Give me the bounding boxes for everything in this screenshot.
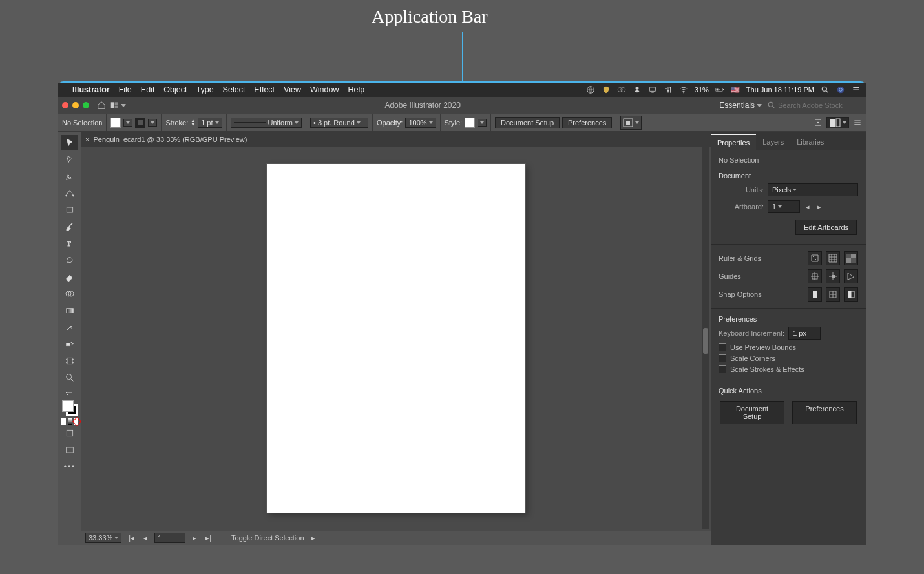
eyedropper-tool[interactable] — [61, 320, 78, 335]
menu-type[interactable]: Type — [196, 85, 214, 94]
graphic-style-dropdown[interactable] — [478, 119, 487, 127]
smart-guides-icon[interactable] — [844, 269, 858, 283]
fill-swatch[interactable] — [110, 118, 121, 128]
document-setup-button[interactable]: Document Setup — [495, 117, 560, 128]
close-tab-icon[interactable]: × — [85, 136, 89, 143]
stroke-weight[interactable]: 1 pt — [198, 118, 222, 128]
stroke-swatch[interactable] — [135, 118, 145, 128]
menu-edit[interactable]: Edit — [141, 85, 155, 94]
menu-object[interactable]: Object — [163, 85, 187, 94]
scale-strokes-checkbox[interactable]: Scale Strokes & Effects — [719, 365, 858, 373]
close-window[interactable] — [62, 102, 68, 108]
snap-point-icon[interactable] — [808, 287, 822, 302]
preferences-button[interactable]: Preferences — [562, 117, 612, 128]
rotate-tool[interactable] — [61, 252, 78, 268]
swap-fill-stroke-icon[interactable] — [61, 387, 78, 396]
stepper[interactable]: ▲▼ — [191, 119, 195, 127]
datetime[interactable]: Thu Jun 18 11:19 PM — [746, 86, 814, 94]
gradient-tool[interactable] — [61, 303, 78, 318]
graphic-style-swatch[interactable] — [465, 118, 475, 128]
fan-icon[interactable] — [633, 85, 642, 94]
shield-icon[interactable] — [602, 85, 611, 94]
keyboard-increment-field[interactable]: 1 px — [788, 327, 821, 340]
guides-lock-icon[interactable] — [826, 269, 840, 283]
battery-icon[interactable] — [715, 85, 724, 94]
transparency-grid-icon[interactable] — [844, 251, 858, 265]
search-icon[interactable] — [821, 85, 830, 94]
display-icon[interactable] — [648, 85, 657, 94]
artboard-number[interactable]: 1 — [154, 533, 185, 543]
qa-preferences-button[interactable]: Preferences — [792, 401, 857, 424]
prev-artboard[interactable]: ◂ — [142, 534, 149, 542]
panel-menu-icon[interactable] — [853, 118, 862, 127]
fullscreen-window[interactable] — [83, 102, 89, 108]
globe-icon[interactable] — [586, 85, 595, 94]
tab-libraries[interactable]: Libraries — [790, 134, 830, 150]
edit-toolbar[interactable]: ••• — [61, 459, 78, 475]
menu-help[interactable]: Help — [348, 85, 364, 94]
curvature-tool[interactable] — [61, 185, 78, 201]
last-artboard[interactable]: ▸| — [204, 534, 213, 542]
notification-center-icon[interactable] — [852, 85, 861, 94]
symbol-sprayer-tool[interactable] — [61, 336, 78, 352]
tab-properties[interactable]: Properties — [711, 134, 756, 150]
arrange-documents[interactable] — [110, 101, 126, 110]
battery-percent[interactable]: 31% — [695, 86, 709, 94]
canvas[interactable] — [81, 147, 711, 529]
color-mode-toggles[interactable] — [61, 418, 78, 425]
snap-pixel-icon[interactable] — [844, 287, 858, 302]
ruler-icon[interactable] — [808, 251, 822, 265]
stroke-dropdown[interactable] — [148, 119, 157, 127]
status-hint-menu[interactable]: ▸ — [310, 534, 317, 542]
snap-pixel-icon[interactable] — [814, 118, 823, 127]
direct-selection-tool[interactable] — [61, 152, 78, 167]
app-menu[interactable]: Illustrator — [72, 85, 110, 94]
selection-tool[interactable] — [61, 135, 78, 150]
artboard-select[interactable]: 1 — [768, 200, 800, 213]
snap-options-dropdown[interactable] — [826, 117, 849, 128]
eraser-tool[interactable] — [61, 269, 78, 285]
scale-corners-checkbox[interactable]: Scale Corners — [719, 354, 858, 362]
edit-artboards-button[interactable]: Edit Artboards — [795, 220, 857, 235]
menu-select[interactable]: Select — [223, 85, 246, 94]
align-to[interactable] — [620, 116, 642, 130]
search-stock[interactable] — [778, 101, 862, 109]
sliders-icon[interactable] — [664, 85, 673, 94]
home-icon[interactable] — [97, 101, 106, 110]
tab-layers[interactable]: Layers — [756, 134, 790, 150]
artboard-tool[interactable] — [61, 353, 78, 369]
wifi-icon[interactable] — [679, 85, 688, 94]
zoom-tool[interactable] — [61, 370, 78, 385]
minimize-window[interactable] — [72, 102, 79, 108]
next-artboard[interactable]: ▸ — [191, 534, 198, 542]
cc-icon[interactable] — [617, 85, 626, 94]
menu-view[interactable]: View — [284, 85, 301, 94]
next-artboard-btn[interactable]: ▸ — [815, 203, 823, 211]
document-tab[interactable]: × Penguin_ecard1 @ 33.33% (RGB/GPU Previ… — [81, 132, 711, 147]
siri-icon[interactable] — [836, 85, 845, 94]
type-tool[interactable]: T — [61, 236, 78, 251]
artboard[interactable] — [267, 164, 525, 513]
fill-dropdown[interactable] — [123, 119, 132, 127]
zoom-level[interactable]: 33.33% — [85, 533, 121, 543]
units-select[interactable]: Pixels — [768, 183, 858, 196]
draw-mode[interactable] — [61, 425, 78, 441]
menu-effect[interactable]: Effect — [254, 85, 275, 94]
prev-artboard-btn[interactable]: ◂ — [804, 203, 812, 211]
menu-file[interactable]: File — [119, 85, 132, 94]
guides-visibility-icon[interactable] — [808, 269, 822, 283]
vertical-scrollbar[interactable] — [702, 147, 709, 529]
screen-mode[interactable] — [61, 442, 78, 458]
menu-window[interactable]: Window — [310, 85, 339, 94]
fill-stroke-indicator[interactable] — [61, 399, 79, 417]
qa-document-setup-button[interactable]: Document Setup — [720, 401, 784, 424]
rectangle-tool[interactable] — [61, 202, 78, 218]
grid-icon[interactable] — [826, 251, 840, 265]
input-flag[interactable]: 🇺🇸 — [731, 86, 740, 94]
brush-definition[interactable]: •3 pt. Round — [310, 118, 368, 128]
pen-tool[interactable] — [61, 169, 78, 184]
shape-builder-tool[interactable] — [61, 286, 78, 302]
paintbrush-tool[interactable] — [61, 219, 78, 234]
variable-width-profile[interactable]: Uniform — [231, 118, 302, 128]
use-preview-bounds-checkbox[interactable]: Use Preview Bounds — [719, 343, 858, 351]
